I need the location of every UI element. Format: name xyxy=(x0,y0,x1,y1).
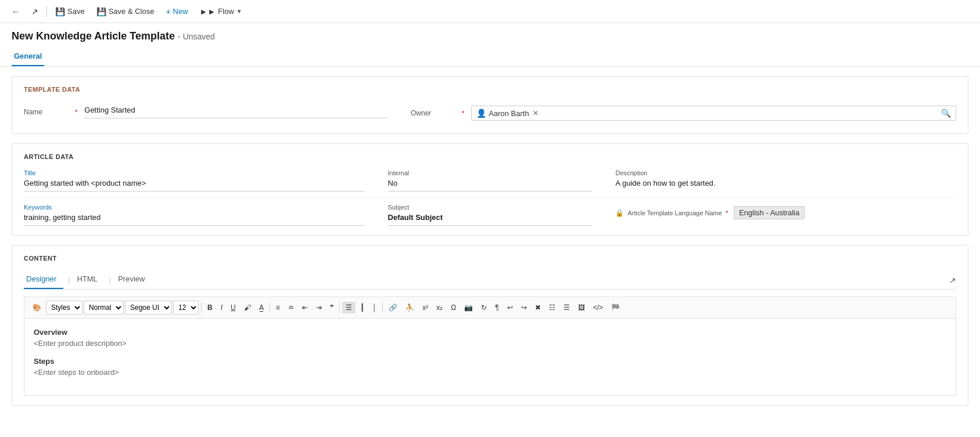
page-tabs: General xyxy=(0,47,980,67)
code-button[interactable]: </> xyxy=(590,302,606,313)
article-row-1: Title Getting started with <product name… xyxy=(24,169,956,198)
editor-steps-heading: Steps xyxy=(34,357,946,366)
flow-button[interactable]: ►► Flow ▼ xyxy=(195,5,247,19)
content-section: CONTENT Designer | HTML | Preview ↗ 🎨 St… xyxy=(12,245,968,406)
image-button[interactable]: 📷 xyxy=(461,302,476,313)
new-button[interactable]: + New xyxy=(161,5,192,19)
subject-value[interactable]: Default Subject xyxy=(388,213,593,226)
paragraph-button[interactable]: ¶ xyxy=(491,302,502,313)
language-value[interactable]: English - Australia xyxy=(734,206,805,219)
increase-indent-button[interactable]: ⇥ xyxy=(313,302,325,313)
clear-format-button[interactable]: ✖ xyxy=(532,302,544,313)
superscript-button[interactable]: x² xyxy=(419,302,432,313)
align-left-button[interactable]: ☰ xyxy=(342,302,356,313)
owner-search-icon[interactable]: 🔍 xyxy=(941,109,951,118)
template-data-row: Name * Getting Started Owner * 👤 Aaron B… xyxy=(24,102,956,124)
new-label: New xyxy=(173,7,188,16)
normal-select[interactable]: Normal xyxy=(84,301,124,315)
title-label: Title xyxy=(24,169,365,176)
title-field: Title Getting started with <product name… xyxy=(24,169,376,192)
editor-sep-2 xyxy=(270,302,270,313)
quote-button[interactable]: ❞ xyxy=(326,302,337,313)
editor-body[interactable]: Overview <Enter product description> Ste… xyxy=(24,318,956,396)
decrease-indent-button[interactable]: ⇤ xyxy=(299,302,311,313)
subject-field: Subject Default Subject xyxy=(376,204,604,226)
special-char-button[interactable]: Ω xyxy=(447,302,460,313)
align-center-button[interactable]: ┃ xyxy=(357,302,368,313)
name-field: Name * Getting Started xyxy=(24,106,387,118)
editor-steps-placeholder: <Enter steps to onboard> xyxy=(34,368,946,377)
internal-field: Internal No xyxy=(376,169,604,192)
owner-required: * xyxy=(462,110,464,117)
ordered-list-button[interactable]: ≏ xyxy=(285,302,297,313)
redo-button[interactable]: ↪ xyxy=(518,302,530,313)
font-color-button[interactable]: A̲ xyxy=(256,302,267,313)
italic-button[interactable]: I xyxy=(217,302,226,313)
size-select[interactable]: 12 xyxy=(173,301,199,315)
language-required: * xyxy=(726,210,728,216)
editor-toolbar: 🎨 Styles Normal Segoe UI 12 B I xyxy=(24,297,956,318)
save-button[interactable]: 💾 Save xyxy=(51,5,89,19)
keywords-label: Keywords xyxy=(24,204,365,211)
flow-icon: ►► xyxy=(200,7,216,16)
template-data-section: TEMPLATE DATA Name * Getting Started Own… xyxy=(12,76,968,134)
name-value[interactable]: Getting Started xyxy=(84,106,387,118)
toolbar-sep-1 xyxy=(46,6,47,17)
language-label: Article Template Language Name xyxy=(627,210,721,216)
tab-designer[interactable]: Designer xyxy=(24,271,63,289)
tab-sep-2: | xyxy=(109,276,111,284)
internal-label: Internal xyxy=(388,169,593,176)
undo-button[interactable]: ↩ xyxy=(504,302,516,313)
save-close-button[interactable]: 💾 Save & Close xyxy=(92,5,159,19)
owner-name: Aaron Barth xyxy=(489,109,529,118)
table-button[interactable]: ☷ xyxy=(545,302,559,313)
article-row-2: Keywords training, getting started Subje… xyxy=(24,204,956,226)
editor-sep-4 xyxy=(382,302,383,313)
subscript-button[interactable]: x₂ xyxy=(433,302,446,313)
highlight-button[interactable]: 🖌 xyxy=(240,302,254,313)
tab-general[interactable]: General xyxy=(12,47,44,66)
subject-label: Subject xyxy=(388,204,593,211)
link-button[interactable]: 🔗 xyxy=(385,302,401,313)
editor-overview-heading: Overview xyxy=(34,328,946,337)
rtl-button[interactable]: ↻ xyxy=(478,302,490,313)
description-label: Description xyxy=(615,169,956,176)
styles-select[interactable]: Styles xyxy=(46,301,82,315)
content-title: CONTENT xyxy=(24,255,956,262)
article-data-title: ARTICLE DATA xyxy=(24,153,956,160)
font-color-icon: A̲ xyxy=(259,304,264,312)
insert-image-button[interactable]: 🖼 xyxy=(575,302,588,313)
article-data-section: ARTICLE DATA Title Getting started with … xyxy=(12,143,968,236)
underline-button[interactable]: U xyxy=(227,302,239,313)
back-button[interactable]: ← xyxy=(7,5,24,19)
owner-person-icon: 👤 xyxy=(476,109,486,118)
editor-palette-button[interactable]: 🎨 xyxy=(29,302,45,313)
owner-clear-button[interactable]: ✕ xyxy=(533,109,539,117)
unlink-button[interactable]: ⛹ xyxy=(402,302,418,313)
list-indent-button[interactable]: ☰ xyxy=(560,302,573,313)
flag-button[interactable]: 🏁 xyxy=(608,302,623,313)
tab-preview[interactable]: Preview xyxy=(116,271,152,289)
unordered-list-button[interactable]: ≡ xyxy=(272,302,283,313)
tab-html[interactable]: HTML xyxy=(74,271,104,289)
share-button[interactable]: ↗ xyxy=(27,5,43,19)
owner-label: Owner xyxy=(411,109,457,117)
template-data-title: TEMPLATE DATA xyxy=(24,86,956,93)
name-required: * xyxy=(75,109,77,115)
font-select[interactable]: Segoe UI xyxy=(125,301,172,315)
save-close-label: Save & Close xyxy=(109,7,155,16)
expand-icon[interactable]: ↗ xyxy=(949,276,956,285)
keywords-value[interactable]: training, getting started xyxy=(24,213,365,226)
keywords-field: Keywords training, getting started xyxy=(24,204,376,226)
toolbar: ← ↗ 💾 Save 💾 Save & Close + New ►► Flow … xyxy=(0,0,980,23)
content-area: TEMPLATE DATA Name * Getting Started Own… xyxy=(0,67,980,415)
description-field: Description A guide on how to get starte… xyxy=(604,169,956,192)
page-title-area: New Knowledge Article Template - Unsaved xyxy=(0,23,980,47)
bold-button[interactable]: B xyxy=(204,302,216,313)
share-icon: ↗ xyxy=(31,7,38,16)
flow-dropdown-arrow: ▼ xyxy=(236,8,242,15)
align-right-button[interactable]: │ xyxy=(369,302,380,313)
owner-input[interactable]: 👤 Aaron Barth ✕ 🔍 xyxy=(471,106,956,121)
tab-sep-1: | xyxy=(68,276,70,284)
title-value[interactable]: Getting started with <product name> xyxy=(24,179,365,192)
